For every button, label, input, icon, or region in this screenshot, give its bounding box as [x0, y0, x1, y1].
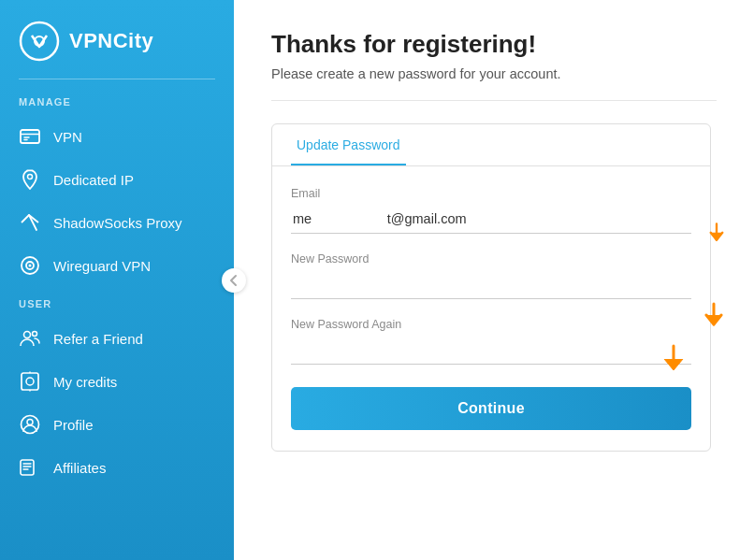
- update-password-card: Update Password Email New Password: [271, 123, 711, 452]
- page-subtitle: Please create a new password for your ac…: [271, 66, 717, 81]
- svg-point-10: [24, 332, 31, 338]
- email-label: Email: [291, 187, 691, 200]
- card-tabs: Update Password: [272, 124, 710, 166]
- new-password-again-form-group: New Password Again: [291, 318, 691, 365]
- sidebar-item-affiliates[interactable]: Affiliates: [0, 446, 234, 489]
- sidebar-item-refer[interactable]: Refer a Friend: [0, 317, 234, 360]
- svg-rect-18: [21, 460, 34, 475]
- wireguard-icon: [19, 254, 41, 277]
- continue-button[interactable]: Continue: [291, 387, 691, 430]
- svg-point-17: [27, 420, 33, 425]
- logo-area[interactable]: VPNCity: [0, 0, 234, 79]
- svg-point-11: [33, 332, 37, 337]
- sidebar-item-wireguard[interactable]: Wireguard VPN: [0, 244, 234, 287]
- new-password-again-input[interactable]: [291, 336, 691, 365]
- new-password-form-group: New Password: [291, 252, 691, 299]
- sidebar-item-affiliates-label: Affiliates: [53, 460, 106, 476]
- affiliates-icon: [19, 456, 41, 479]
- sidebar-item-profile-label: Profile: [53, 417, 94, 433]
- main-content: Thanks for registering! Please create a …: [234, 0, 754, 560]
- svg-rect-2: [21, 130, 39, 143]
- vpncity-logo-icon: [19, 21, 60, 62]
- new-password-arrow-indicator: [706, 222, 727, 246]
- sidebar-item-dedicated-ip-label: Dedicated IP: [53, 172, 134, 188]
- sidebar: VPNCity MANAGE VPN Dedicated IP: [0, 0, 234, 560]
- continue-button-wrapper: Continue: [291, 383, 691, 430]
- location-icon: [19, 168, 41, 191]
- sidebar-item-shadowsocks[interactable]: ShadowSocks Proxy: [0, 201, 234, 244]
- new-password-again-arrow-indicator: [701, 302, 727, 332]
- tab-update-password[interactable]: Update Password: [291, 124, 406, 165]
- sidebar-item-refer-label: Refer a Friend: [53, 331, 143, 347]
- card-body: Email New Password New: [272, 166, 710, 451]
- sidebar-divider: [19, 79, 215, 79]
- credits-icon: [19, 370, 41, 393]
- profile-icon: [19, 413, 41, 436]
- new-password-input-wrapper: [291, 270, 691, 299]
- sidebar-item-shadowsocks-label: ShadowSocks Proxy: [53, 215, 182, 231]
- page-title: Thanks for registering!: [271, 30, 717, 59]
- vpn-icon: [19, 125, 41, 148]
- user-section-label: USER: [0, 294, 234, 317]
- new-password-label: New Password: [291, 252, 691, 266]
- sidebar-item-credits-label: My credits: [53, 374, 117, 390]
- sidebar-item-wireguard-label: Wireguard VPN: [53, 258, 151, 274]
- new-password-again-input-wrapper: [291, 336, 691, 365]
- sidebar-item-profile[interactable]: Profile: [0, 403, 234, 446]
- svg-point-0: [21, 22, 58, 60]
- sidebar-item-dedicated-ip[interactable]: Dedicated IP: [0, 158, 234, 201]
- new-password-again-label: New Password Again: [291, 318, 691, 331]
- shadowsocks-icon: [19, 211, 41, 234]
- svg-point-9: [29, 265, 32, 267]
- svg-point-6: [28, 175, 33, 179]
- new-password-input[interactable]: [291, 270, 691, 299]
- email-input-wrapper: [291, 205, 691, 234]
- sidebar-item-vpn[interactable]: VPN: [0, 115, 234, 158]
- refer-icon: [19, 327, 41, 350]
- content-divider: [271, 100, 717, 101]
- manage-section-label: MANAGE: [0, 93, 234, 115]
- sidebar-item-vpn-label: VPN: [53, 129, 82, 145]
- svg-rect-12: [22, 373, 38, 390]
- sidebar-collapse-button[interactable]: [222, 268, 246, 293]
- logo-text: VPNCity: [69, 29, 153, 53]
- email-input[interactable]: [291, 205, 691, 234]
- continue-arrow-indicator: [660, 344, 688, 376]
- svg-point-13: [26, 378, 34, 385]
- email-form-group: Email: [291, 187, 691, 234]
- sidebar-item-credits[interactable]: My credits: [0, 360, 234, 403]
